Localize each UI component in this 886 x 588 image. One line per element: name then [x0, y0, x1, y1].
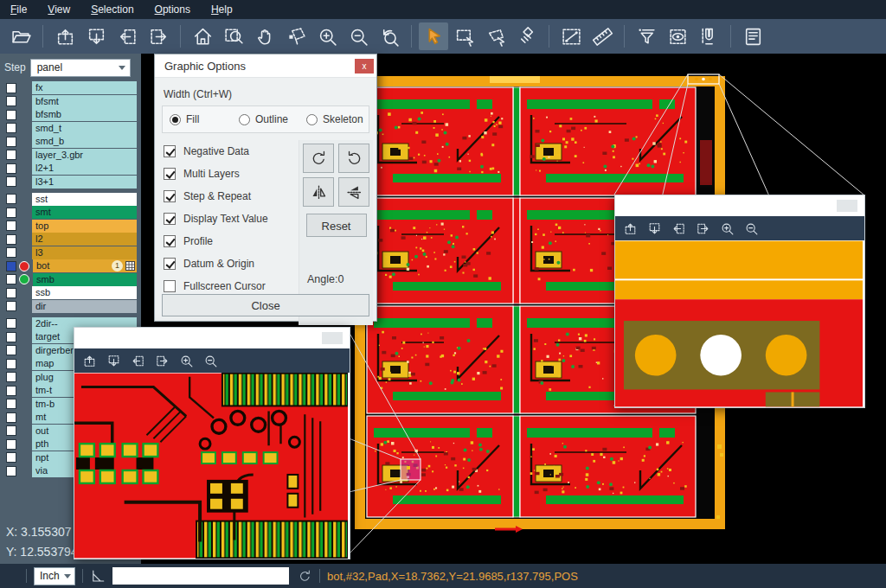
zoom-out-button[interactable]: [343, 22, 373, 50]
popup-window-button[interactable]: [837, 200, 857, 212]
zoom-window-button[interactable]: [219, 22, 248, 50]
layer-checkbox[interactable]: [6, 439, 16, 450]
dialog-close-button[interactable]: x: [355, 59, 374, 74]
view-options-button[interactable]: [663, 22, 692, 50]
checkbox-display-text-value[interactable]: Display Text Value: [164, 208, 268, 230]
reset-button[interactable]: Reset: [306, 214, 367, 237]
layer-row-smd_t[interactable]: smd_t: [0, 122, 141, 135]
select-cursor-button[interactable]: [419, 22, 448, 50]
close-button[interactable]: Close: [162, 294, 369, 316]
pan-hand-button[interactable]: [250, 22, 279, 50]
popup-title-bar[interactable]: [74, 328, 350, 348]
measure-ruler-button[interactable]: [587, 22, 617, 50]
layer-checkbox[interactable]: [6, 150, 16, 160]
layer-checkbox[interactable]: [6, 359, 16, 369]
import-down-button[interactable]: [647, 221, 662, 236]
pcb-zoom-view-traces[interactable]: [74, 373, 348, 559]
layer-name-cell[interactable]: smd_b: [32, 135, 137, 148]
layer-name-cell[interactable]: sst: [32, 193, 137, 206]
layer-name-cell[interactable]: bot1: [33, 259, 137, 272]
layer-checkbox[interactable]: [6, 386, 16, 396]
layer-checkbox[interactable]: [6, 288, 16, 298]
zoom-out-button[interactable]: [744, 221, 759, 236]
layer-name-cell[interactable]: fx: [32, 81, 137, 94]
layer-row-smb[interactable]: smb: [0, 273, 141, 286]
checkbox-profile[interactable]: Profile: [164, 230, 268, 252]
zoom-in-button[interactable]: [312, 22, 342, 50]
layer-checkbox[interactable]: [6, 372, 16, 382]
layer-name-cell[interactable]: l2: [32, 233, 137, 246]
open-folder-button[interactable]: [6, 22, 35, 50]
menu-options[interactable]: Options: [155, 3, 190, 16]
layer-row-l3+1[interactable]: l3+1: [0, 176, 141, 189]
layer-name-cell[interactable]: dir: [32, 300, 137, 313]
layer-row-l2+1[interactable]: l2+1: [0, 162, 141, 175]
pcb-zoom-view-pads[interactable]: [615, 240, 863, 407]
checkbox-multi-layers[interactable]: Multi Layers: [164, 163, 268, 185]
menu-view[interactable]: View: [48, 3, 70, 16]
zoom-home-button[interactable]: [188, 22, 217, 50]
layer-name-cell[interactable]: ssb: [32, 286, 137, 299]
layer-checkbox[interactable]: [6, 301, 16, 311]
unit-selector[interactable]: Inch: [34, 567, 75, 585]
layer-name-cell[interactable]: bfsmb: [32, 108, 137, 121]
layer-row-l3[interactable]: l3: [0, 246, 141, 259]
layer-checkbox[interactable]: [6, 261, 16, 272]
layers-panel-button[interactable]: [738, 22, 767, 50]
zoom-polygon-button[interactable]: [281, 22, 311, 50]
layer-name-cell[interactable]: smd_t: [32, 122, 137, 135]
layer-checkbox[interactable]: [6, 425, 16, 436]
import-left-button[interactable]: [671, 221, 686, 236]
layer-name-cell[interactable]: bfsmt: [32, 95, 137, 108]
layer-checkbox[interactable]: [6, 345, 16, 355]
radio-outline[interactable]: Outline: [239, 113, 288, 125]
layer-row-bfsmb[interactable]: bfsmb: [0, 108, 141, 121]
menu-help[interactable]: Help: [211, 3, 233, 16]
flip-vertical-button[interactable]: [338, 177, 369, 207]
import-up-button[interactable]: [50, 22, 80, 50]
import-right-button[interactable]: [144, 22, 173, 50]
layer-checkbox[interactable]: [6, 83, 16, 93]
layer-name-cell[interactable]: smb: [33, 273, 137, 286]
layer-checkbox[interactable]: [6, 234, 16, 245]
select-rect-button[interactable]: [450, 22, 479, 50]
layer-row-bot[interactable]: bot1: [0, 259, 141, 272]
clear-highlight-button[interactable]: [512, 22, 542, 50]
layer-row-top[interactable]: top: [0, 220, 141, 233]
layer-checkbox[interactable]: [6, 466, 16, 476]
layer-checkbox[interactable]: [6, 137, 16, 147]
flip-horizontal-button[interactable]: [303, 177, 334, 207]
layer-name-cell[interactable]: l3+1: [32, 176, 137, 189]
layer-checkbox[interactable]: [6, 208, 16, 218]
dialog-title-bar[interactable]: Graphic Options x: [155, 54, 376, 78]
import-down-button[interactable]: [106, 354, 121, 368]
layer-checkbox[interactable]: [6, 176, 16, 187]
layer-row-ssb[interactable]: ssb: [0, 286, 141, 299]
layer-checkbox[interactable]: [6, 247, 16, 258]
layer-checkbox[interactable]: [6, 110, 16, 120]
import-right-button[interactable]: [155, 354, 170, 368]
zoom-in-button[interactable]: [179, 354, 194, 368]
layer-row-fx[interactable]: fx: [0, 81, 141, 94]
layer-checkbox[interactable]: [6, 96, 16, 106]
layer-row-smd_b[interactable]: smd_b: [0, 135, 141, 148]
layer-name-cell[interactable]: l2+1: [32, 162, 137, 175]
checkbox-negative-data[interactable]: Negative Data: [164, 140, 268, 163]
zoom-out-button[interactable]: [203, 354, 218, 368]
import-left-button[interactable]: [112, 22, 142, 50]
layer-name-cell[interactable]: top: [32, 220, 137, 233]
step-selector[interactable]: panel: [30, 59, 131, 77]
menu-file[interactable]: File: [10, 3, 27, 16]
layer-checkbox[interactable]: [6, 399, 16, 409]
rotate-cw-button[interactable]: [303, 144, 334, 173]
rotate-ccw-button[interactable]: [338, 144, 369, 173]
popup-title-bar[interactable]: [615, 195, 864, 216]
layer-row-sst[interactable]: sst: [0, 193, 141, 206]
layer-row-layer_3.gbr[interactable]: layer_3.gbr: [0, 149, 141, 162]
snap-button[interactable]: [694, 22, 723, 50]
layer-name-cell[interactable]: l3: [32, 246, 137, 259]
layer-row-bfsmt[interactable]: bfsmt: [0, 95, 141, 108]
checkbox-datum-origin[interactable]: Datum & Origin: [164, 252, 268, 275]
import-left-button[interactable]: [131, 354, 145, 368]
measure-distance-button[interactable]: [556, 22, 586, 50]
